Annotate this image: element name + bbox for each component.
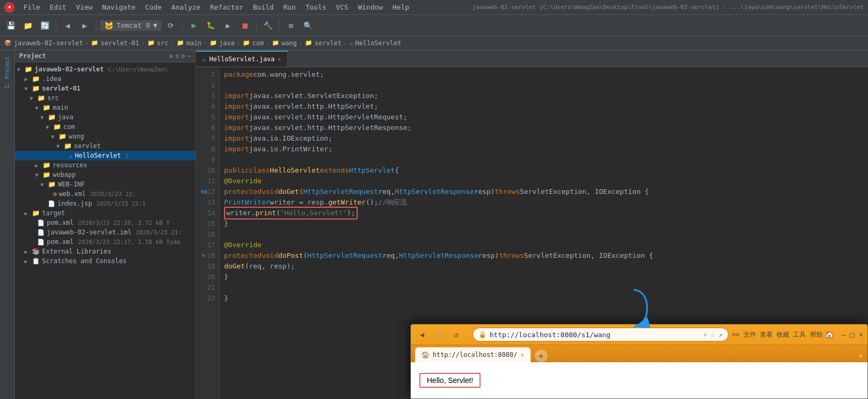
reload-button[interactable]: ⟳: [163, 18, 178, 33]
tree-servlet-folder[interactable]: ▼ 📁 servlet: [15, 141, 195, 151]
run-config-selector[interactable]: 🐱 Tomcat 9 ▼: [100, 20, 161, 31]
tree-indexjsp[interactable]: ▶ 📄 index.jsp 2020/3/23 22:1: [15, 199, 195, 208]
menu-code[interactable]: Code: [141, 2, 166, 12]
back-button[interactable]: ◀: [60, 18, 75, 33]
browser-reload-button[interactable]: ↺: [449, 328, 463, 341]
menu-file[interactable]: File: [19, 2, 44, 12]
hide-panel-icon[interactable]: −: [187, 52, 191, 60]
tree-target[interactable]: ▶ 📁 target: [15, 208, 195, 218]
tree-java[interactable]: ▼ 📁 java: [15, 112, 195, 122]
tree-hello-servlet[interactable]: ▶ ☕ HelloServlet 2: [15, 151, 195, 160]
browser-url-bar[interactable]: 🔒 http://localhost:8080/s1/wang ⚡ ☆ ↗: [473, 328, 729, 341]
tree-servlet01[interactable]: ▼ 📁 servlet-01: [15, 84, 195, 93]
code-line-6: import javax.servlet.http.HttpServletRes…: [224, 123, 864, 133]
helloservlet-meta: 2: [125, 152, 129, 159]
breadcrumb-item-7[interactable]: servlet: [315, 39, 342, 47]
project-strip-icon[interactable]: 1: Project: [3, 54, 11, 91]
tree-webxml[interactable]: ▶ ⚙ web.xml 2020/3/23 22:: [15, 189, 195, 199]
save-button[interactable]: 💾: [3, 18, 18, 33]
menu-build[interactable]: Build: [249, 2, 278, 12]
menu-analyze[interactable]: Analyze: [167, 2, 205, 12]
tree-scratches[interactable]: ▶ 📋 Scratches and Consoles: [15, 256, 195, 266]
maximize-button[interactable]: □: [850, 330, 854, 339]
breadcrumb-item-6[interactable]: wang: [282, 39, 297, 47]
build-button[interactable]: 🔨: [260, 18, 275, 33]
browser-new-tab-button[interactable]: +: [535, 349, 548, 362]
tree-pom-root[interactable]: ▶ 📄 pom.xml 2020/3/23 22:17, 1.18 kB Tod…: [15, 237, 195, 247]
menu-tools[interactable]: Tools: [301, 2, 330, 12]
coverage-button[interactable]: ▶: [220, 18, 235, 33]
tree-iml[interactable]: ▶ 📄 javaweb-02-servlet.iml 2020/3/23 21:: [15, 227, 195, 237]
locate-file-icon[interactable]: ⊕: [169, 52, 173, 60]
url-actions: ⚡ ☆ ↗: [703, 330, 723, 339]
pom-root-label: pom.xml: [47, 238, 74, 246]
editor-area: ☕ HelloServlet.java × 1 2 3 4 5 6 7 8 9 …: [196, 50, 868, 399]
browser-back-button[interactable]: ◀: [415, 328, 429, 341]
sep-1: ›: [85, 39, 89, 47]
menu-edit[interactable]: Edit: [45, 2, 70, 12]
tree-com[interactable]: ▼ 📁 com: [15, 122, 195, 132]
settings-icon[interactable]: ⚙: [181, 52, 185, 60]
url-lightning-icon: ⚡: [703, 330, 707, 339]
url-star-icon[interactable]: ☆: [710, 330, 715, 339]
menu-view[interactable]: View: [72, 2, 97, 12]
folder-icon-6: 📁: [272, 39, 279, 46]
close-window-button[interactable]: ×: [859, 330, 863, 339]
iml-meta: 2020/3/23 21:: [136, 229, 181, 236]
browser-tab-active[interactable]: 🏠 http://localhost:8080/ ×: [415, 347, 531, 362]
code-line-20: }: [224, 272, 864, 282]
ln-12: ⊕@12: [198, 186, 215, 197]
breadcrumb-item-8[interactable]: HelloServlet: [355, 39, 401, 47]
url-share-icon[interactable]: ↗: [718, 330, 723, 339]
breadcrumb-item-4[interactable]: java: [219, 39, 235, 47]
minimize-button[interactable]: –: [841, 330, 846, 339]
breadcrumb-item-5[interactable]: com: [252, 39, 264, 47]
ln-3: 3: [198, 91, 215, 101]
menu-run[interactable]: Run: [279, 2, 300, 12]
tree-pom-module[interactable]: ▶ 📄 pom.xml 2020/3/23 22:18, 2.72 kB T: [15, 218, 195, 227]
open-button[interactable]: 📁: [20, 18, 35, 33]
menu-help[interactable]: Help: [388, 2, 414, 12]
run-button[interactable]: ▶: [186, 18, 201, 33]
com-folder-icon: 📁: [53, 123, 61, 131]
tab-close-icon[interactable]: ×: [278, 56, 281, 62]
menu-vcs[interactable]: VCS: [332, 2, 352, 12]
tab-hello-servlet[interactable]: ☕ HelloServlet.java ×: [196, 51, 288, 67]
tree-idea[interactable]: ▶ 📁 .idea: [15, 74, 195, 84]
tree-webinf[interactable]: ▼ 📁 WEB-INF: [15, 180, 195, 189]
browser-forward-button[interactable]: ▶: [432, 328, 446, 341]
url-text: http://localhost:8080/s1/wang: [490, 331, 700, 339]
breadcrumb-item-1[interactable]: servlet-01: [101, 39, 139, 47]
tree-ext-libs[interactable]: ▶ 📚 External Libraries: [15, 247, 195, 256]
menu-window[interactable]: Window: [354, 2, 387, 12]
pom-root-icon: 📄: [37, 239, 45, 246]
tree-src[interactable]: ▼ 📁 src: [15, 93, 195, 103]
stop-button[interactable]: ■: [237, 18, 252, 33]
tree-main[interactable]: ▼ 📁 main: [15, 103, 195, 112]
ln-6: 6: [198, 123, 215, 133]
layout-button[interactable]: ⊞: [283, 18, 298, 33]
indexjsp-meta: 2020/3/23 22:1: [96, 200, 146, 207]
menu-navigate[interactable]: Navigate: [98, 2, 140, 12]
collapse-all-icon[interactable]: ⇅: [175, 52, 179, 60]
sync-button[interactable]: 🔄: [37, 18, 52, 33]
browser-home-icon[interactable]: 🏠: [825, 330, 834, 339]
indexjsp-label: index.jsp: [57, 200, 92, 207]
breadcrumb-item-3[interactable]: main: [186, 39, 202, 47]
tree-wang[interactable]: ▼ 📁 wang: [15, 132, 195, 141]
browser-star-icon[interactable]: ★: [858, 350, 863, 360]
scratches-label: Scratches and Consoles: [42, 257, 127, 265]
breadcrumb-item-0[interactable]: javaweb-02-servlet: [14, 39, 83, 47]
browser-tab-close-icon[interactable]: ×: [520, 352, 524, 359]
menu-refactor[interactable]: Refactor: [206, 2, 248, 12]
search-button[interactable]: 🔍: [300, 18, 315, 33]
code-line-4: import javax.servlet.http.HttpServlet;: [224, 101, 864, 112]
breadcrumb-item-2[interactable]: src: [157, 39, 169, 47]
tree-webapp[interactable]: ▼ 📁 webapp: [15, 170, 195, 180]
debug-button[interactable]: 🐛: [203, 18, 218, 33]
folder-icon-7: 📁: [305, 39, 312, 46]
ln-5: 5: [198, 112, 215, 123]
tree-root[interactable]: ▼ 📁 javaweb-02-servlet C:\Users\WangZan\: [15, 64, 195, 74]
tree-resources[interactable]: ▶ 📁 resources: [15, 160, 195, 170]
forward-button[interactable]: ▶: [77, 18, 92, 33]
